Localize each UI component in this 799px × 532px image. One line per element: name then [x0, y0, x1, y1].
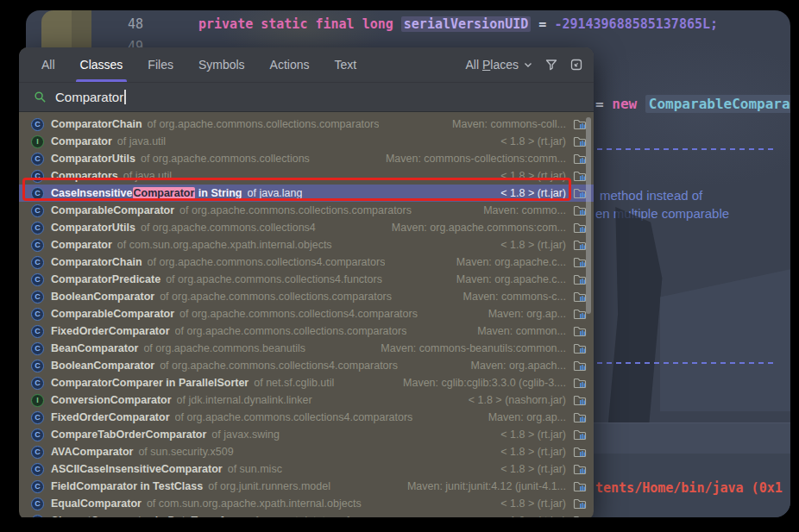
javadoc-text: method instead of [600, 188, 702, 203]
result-row[interactable]: CComparatorPredicateof org.apache.common… [19, 271, 594, 288]
jar-directory-icon [573, 170, 587, 182]
result-location: Maven: commo... [483, 204, 566, 216]
editor-code-line: private static final long serialVersionU… [198, 16, 718, 32]
jar-directory-icon [573, 239, 587, 251]
text-caret [124, 90, 126, 104]
result-row[interactable]: CComparatorChainof org.apache.commons.co… [19, 253, 594, 271]
result-row[interactable]: CComparatorUtilsof org.apache.commons.co… [19, 219, 594, 236]
scrollbar-thumb[interactable] [586, 117, 591, 314]
class-icon: C [31, 204, 44, 217]
jar-directory-icon [573, 429, 587, 441]
jar-directory-icon [573, 498, 587, 510]
class-icon: C [31, 239, 44, 252]
result-row[interactable]: IConversionComparatorof jdk.internal.dyn… [19, 391, 594, 409]
result-row[interactable]: CBooleanComparatorof org.apache.commons.… [19, 288, 594, 305]
jar-directory-icon [573, 394, 587, 406]
dialog-tabs: AllClassesFilesSymbolsActionsText [41, 47, 356, 82]
result-location: Maven: commons-c... [463, 291, 566, 303]
result-location: < 1.8 > (nashorn.jar) [469, 394, 566, 406]
result-package: of org.apache.commons.collections.compar… [160, 291, 392, 303]
result-row[interactable]: CComparableComparatorof org.apache.commo… [19, 202, 594, 219]
tab-text[interactable]: Text [335, 47, 357, 82]
result-row[interactable]: CFixedOrderComparatorof org.apache.commo… [19, 409, 594, 426]
result-class-name: Comparators [51, 170, 118, 182]
result-row[interactable]: CFixedOrderComparatorof org.apache.commo… [19, 322, 594, 340]
header-controls: All Places [466, 58, 583, 72]
result-row[interactable]: CComparatorof com.sun.org.apache.xpath.i… [19, 236, 594, 253]
result-row[interactable]: CComparatorsof java.util< 1.8 > (rt.jar) [19, 167, 594, 185]
class-icon: C [31, 360, 44, 372]
result-class-name: BeanComparator [51, 342, 138, 354]
result-row[interactable]: IComparatorof java.util< 1.8 > (rt.jar) [19, 133, 594, 150]
result-location: Maven: org.apache.c... [456, 273, 566, 285]
result-location: < 1.8 > (rt.jar) [500, 429, 566, 441]
result-row[interactable]: CComparatorChainof org.apache.commons.co… [19, 116, 594, 133]
result-package: of com.sun.org.apache.xpath.internal.obj… [117, 239, 332, 251]
result-class-name: ConversionComparator [51, 394, 172, 406]
result-row[interactable]: CAVAComparatorof sun.security.x509< 1.8 … [19, 443, 594, 460]
scope-label: All Places [466, 58, 519, 72]
result-location: Maven: org.apache.c... [456, 256, 566, 268]
tab-all[interactable]: All [41, 47, 55, 82]
class-icon: C [31, 308, 44, 321]
class-icon: C [31, 446, 44, 459]
interface-icon: I [31, 135, 44, 148]
panel-separator-band [561, 422, 790, 454]
result-location: Maven: org.ap... [488, 308, 566, 320]
result-row[interactable]: CBeanComparatorof org.apache.commons.bea… [19, 340, 594, 357]
result-class-name: AVAComparator [51, 446, 133, 458]
result-row[interactable]: CComparatorComparer in ParallelSorterof … [19, 374, 594, 391]
result-package: of net.sf.cglib.util [254, 377, 334, 389]
class-icon: C [31, 118, 44, 131]
search-field[interactable]: Comparator [19, 83, 594, 112]
result-class-name: ComparableComparator [51, 204, 174, 216]
result-row[interactable]: CComparableComparatorof org.apache.commo… [19, 305, 594, 322]
search-input-value[interactable]: Comparator [55, 90, 123, 104]
jar-directory-icon [573, 204, 587, 216]
result-package: of java.util [117, 135, 166, 147]
result-package: of java.util [123, 170, 172, 182]
tab-symbols[interactable]: Symbols [198, 47, 245, 82]
result-row[interactable]: CComparatorUtilsof org.apache.commons.co… [19, 150, 594, 167]
search-match-highlight: Comparator [133, 187, 196, 199]
result-class-name: EqualComparator [51, 498, 142, 510]
code-field: serialVersionUID [401, 16, 532, 32]
jar-directory-icon [573, 118, 587, 130]
tab-actions[interactable]: Actions [270, 47, 310, 82]
jar-directory-icon [573, 342, 587, 354]
result-row[interactable]: CASCIICaseInsensitiveComparatorof sun.mi… [19, 460, 594, 478]
tab-classes[interactable]: Classes [80, 47, 123, 82]
result-package: of org.apache.commons.collections4.funct… [166, 273, 382, 285]
wallpaper-block [41, 10, 91, 47]
result-class-name: FixedOrderComparator [51, 325, 170, 337]
result-row[interactable]: CCompareTabOrderComparatorof javax.swing… [19, 426, 594, 443]
result-location: Maven: cglib:cglib:3.3.0 (cglib-3.... [403, 377, 566, 389]
javadoc-dashed-line [597, 148, 774, 150]
right-code-type: ComparableComparat [645, 95, 790, 113]
tab-files[interactable]: Files [148, 47, 173, 82]
jar-directory-icon [573, 480, 587, 492]
jar-directory-icon [573, 325, 587, 337]
search-icon [34, 91, 47, 103]
result-class-name: BooleanComparator [51, 291, 154, 303]
result-location: < 1.8 > (rt.jar) [500, 463, 566, 475]
result-package: of java.lang [248, 187, 303, 199]
right-code-operator: = [595, 96, 604, 112]
javadoc-text: en multiple comparable [595, 206, 729, 221]
result-class-name: FixedOrderComparator [51, 411, 170, 423]
jar-directory-icon [573, 411, 587, 423]
result-location: Maven: commons-coll... [452, 118, 566, 130]
result-row[interactable]: CCaseInsensitiveComparator in Stringof j… [19, 185, 594, 202]
open-in-tool-window-icon[interactable] [569, 58, 583, 72]
result-row[interactable]: CEqualComparatorof com.sun.org.apache.xp… [19, 495, 594, 512]
class-icon: C [31, 273, 44, 286]
filter-icon[interactable] [544, 58, 558, 72]
result-row[interactable]: CFieldComparator in TestClassof org.juni… [19, 478, 594, 495]
result-row[interactable]: CBooleanComparatorof org.apache.commons.… [19, 357, 594, 374]
result-package: of org.apache.commons.collections.compar… [148, 118, 380, 130]
code-keywords: private static final long [198, 16, 393, 32]
class-icon: C [31, 291, 44, 304]
jar-directory-icon [573, 360, 587, 372]
scope-selector[interactable]: All Places [466, 58, 533, 72]
jar-directory-icon [573, 463, 587, 475]
